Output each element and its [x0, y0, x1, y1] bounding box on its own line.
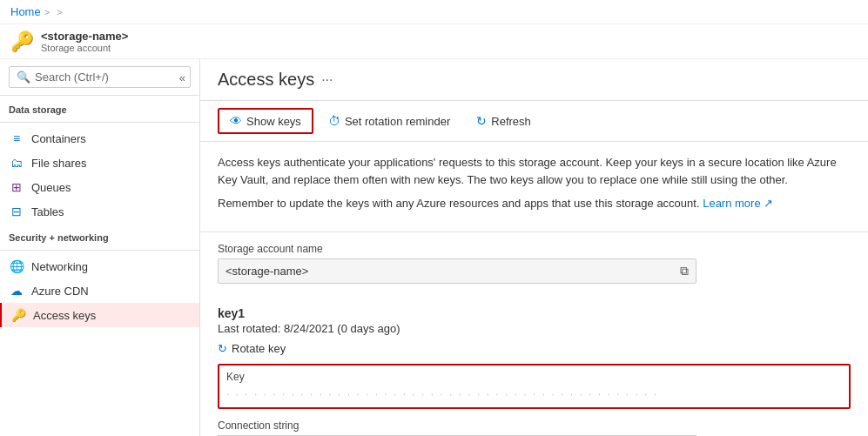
- sidebar-search-area: 🔍 Search (Ctrl+/) «: [0, 59, 199, 96]
- key1-last-rotated: Last rotated: 8/24/2021 (0 days ago): [218, 322, 851, 335]
- file-shares-icon: 🗂: [9, 156, 24, 170]
- key1-title: key1: [218, 306, 851, 320]
- sidebar-item-containers[interactable]: ≡ Containers: [0, 126, 199, 151]
- storage-account-name-value: <storage-name>: [225, 265, 675, 278]
- sidebar-item-queues-label: Queues: [31, 181, 71, 194]
- tables-icon: ⊟: [9, 205, 24, 218]
- section-divider-2: [0, 250, 199, 251]
- key-value: · · · · · · · · · · · · · · · · · · · · …: [219, 385, 698, 407]
- sidebar-item-containers-label: Containers: [31, 132, 86, 145]
- last-rotated-value: 8/24/2021 (0 days ago): [284, 322, 400, 335]
- sidebar-item-azure-cdn-label: Azure CDN: [31, 285, 89, 298]
- eye-icon: 👁: [230, 114, 242, 128]
- sidebar-item-tables[interactable]: ⊟ Tables: [0, 199, 199, 224]
- sidebar: 🔍 Search (Ctrl+/) « Data storage ≡ Conta…: [0, 59, 200, 436]
- breadcrumb-bar: Home > >: [0, 0, 868, 24]
- azure-cdn-icon: ☁: [9, 284, 24, 298]
- rotate-key-label: Rotate key: [232, 342, 286, 355]
- reminder-icon: ⏱: [328, 114, 340, 128]
- sidebar-item-networking-label: Networking: [31, 260, 88, 273]
- storage-account-name-section: Storage account name <storage-name> ⧉: [200, 232, 868, 306]
- sidebar-item-access-keys[interactable]: 🔑 Access keys: [0, 303, 199, 327]
- connection-string-section: Connection string · · · · · · · · · · · …: [218, 419, 851, 437]
- refresh-button[interactable]: ↻ Refresh: [465, 109, 542, 133]
- set-rotation-label: Set rotation reminder: [345, 115, 450, 128]
- conn-string-label: Connection string: [218, 419, 851, 432]
- security-networking-section-label: Security + networking: [0, 224, 199, 246]
- resource-header: 🔑 <storage-name> Storage account: [0, 24, 868, 59]
- info-text-2-content: Remember to update the keys with any Azu…: [218, 197, 700, 210]
- info-text-2: Remember to update the keys with any Azu…: [218, 195, 851, 212]
- resource-name: <storage-name>: [41, 30, 128, 43]
- containers-icon: ≡: [9, 131, 24, 145]
- sidebar-item-access-keys-label: Access keys: [33, 309, 96, 322]
- search-placeholder: Search (Ctrl+/): [35, 70, 109, 84]
- search-icon: 🔍: [17, 70, 30, 84]
- access-keys-icon: 🔑: [10, 308, 26, 322]
- data-storage-section-label: Data storage: [0, 96, 199, 118]
- sidebar-item-queues[interactable]: ⊞ Queues: [0, 175, 199, 199]
- queues-icon: ⊞: [9, 180, 24, 194]
- key1-section: key1 Last rotated: 8/24/2021 (0 days ago…: [200, 306, 868, 437]
- show-keys-button[interactable]: 👁 Show keys: [218, 108, 313, 134]
- breadcrumb-chevron-2: >: [57, 7, 62, 17]
- last-rotated-label: Last rotated:: [218, 322, 280, 335]
- info-text-1: Access keys authenticate your applicatio…: [218, 154, 851, 188]
- more-options-button[interactable]: ···: [321, 72, 333, 88]
- learn-more-label: Learn more: [703, 197, 760, 210]
- refresh-icon: ↻: [476, 114, 487, 128]
- storage-account-icon: 🔑: [10, 30, 34, 53]
- rotate-icon: ↻: [218, 342, 227, 355]
- storage-account-name-field: <storage-name> ⧉: [218, 258, 696, 284]
- show-keys-label: Show keys: [246, 115, 301, 128]
- toolbar: 👁 Show keys ⏱ Set rotation reminder ↻ Re…: [200, 101, 868, 142]
- sidebar-item-azure-cdn[interactable]: ☁ Azure CDN: [0, 278, 199, 303]
- rotate-key-button[interactable]: ↻ Rotate key: [218, 340, 286, 357]
- sidebar-item-file-shares-label: File shares: [31, 157, 87, 170]
- learn-more-link[interactable]: Learn more ↗: [703, 197, 773, 210]
- section-divider-1: [0, 122, 199, 123]
- content-area: Access keys ··· 👁 Show keys ⏱ Set rotati…: [200, 59, 868, 436]
- info-section: Access keys authenticate your applicatio…: [200, 142, 868, 232]
- sidebar-collapse-button[interactable]: «: [174, 69, 191, 85]
- breadcrumb-home[interactable]: Home: [10, 5, 41, 18]
- set-rotation-reminder-button[interactable]: ⏱ Set rotation reminder: [317, 109, 461, 133]
- storage-account-name-label: Storage account name: [218, 243, 851, 255]
- sidebar-item-networking[interactable]: 🌐 Networking: [0, 254, 199, 278]
- key-field-wrapper: Key · · · · · · · · · · · · · · · · · · …: [218, 364, 851, 409]
- key-label: Key: [219, 366, 849, 385]
- page-title: Access keys: [218, 70, 314, 90]
- sidebar-item-tables-label: Tables: [31, 205, 64, 218]
- search-input[interactable]: 🔍 Search (Ctrl+/): [9, 66, 191, 88]
- sidebar-item-file-shares[interactable]: 🗂 File shares: [0, 151, 199, 175]
- copy-storage-name-button[interactable]: ⧉: [680, 264, 689, 278]
- breadcrumb-chevron-1: >: [44, 7, 50, 17]
- networking-icon: 🌐: [9, 259, 24, 273]
- refresh-label: Refresh: [491, 115, 531, 128]
- resource-type: Storage account: [41, 43, 128, 53]
- content-header: Access keys ···: [200, 59, 868, 101]
